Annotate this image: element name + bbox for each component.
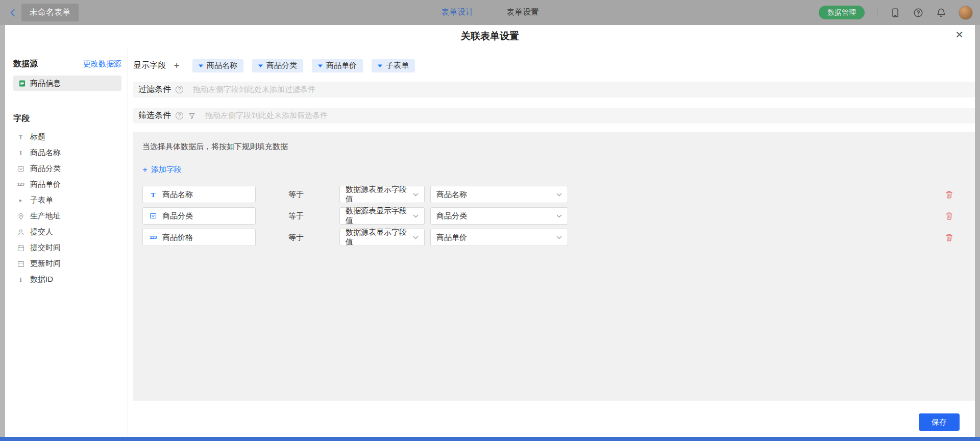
screen-conditions-bar[interactable]: 筛选条件 ? 拖动左侧字段到此处来添加筛选条件 [133, 108, 975, 124]
rule-value-select[interactable]: 商品分类 [430, 207, 568, 225]
rule-source-value: 数据源表显示字段值 [346, 185, 413, 204]
select-caret-icon [556, 193, 562, 197]
field-item-label: 标题 [30, 132, 45, 142]
select-caret-icon [413, 214, 419, 218]
settings-content: 显示字段 + 商品名称商品分类商品单价子表单 过滤条件 ? 拖动左侧字段到此处来… [128, 47, 975, 437]
calendar-icon [16, 244, 25, 252]
tab-form-design[interactable]: 表单设计 [440, 4, 475, 21]
display-fields-row: 显示字段 + 商品名称商品分类商品单价子表单 [133, 58, 975, 74]
rule-operator: 等于 [288, 190, 306, 200]
mobile-preview-icon[interactable] [890, 7, 900, 18]
field-item[interactable]: 提交时间 [13, 240, 121, 256]
field-item[interactable]: 提交人 [13, 224, 121, 240]
select-caret-icon [413, 236, 419, 239]
field-item-label: 提交人 [30, 227, 53, 237]
filter-conditions-bar[interactable]: 过滤条件 ? 拖动左侧字段到此处来添加过滤条件 [133, 82, 975, 97]
display-field-chip[interactable]: 子表单 [372, 59, 415, 72]
modal-footer: 保存 [133, 401, 975, 431]
field-item[interactable]: I数据ID [13, 272, 121, 287]
text-icon: I [16, 150, 25, 156]
topbar-actions: 数据管理 [819, 6, 973, 20]
rule-field-input[interactable]: 商品分类 [142, 207, 256, 225]
rule-operator: 等于 [288, 211, 306, 221]
field-item[interactable]: T标题 [13, 129, 121, 145]
rule-field-name: 商品名称 [162, 190, 193, 200]
field-item[interactable]: 生产地址 [13, 208, 121, 224]
display-fields-label: 显示字段 [133, 60, 166, 71]
rule-source-select[interactable]: 数据源表显示字段值 [339, 229, 425, 246]
display-field-chip[interactable]: 商品名称 [192, 59, 243, 72]
display-field-chip[interactable]: 商品单价 [312, 59, 363, 72]
field-item[interactable]: 更新时间 [13, 256, 121, 272]
rule-value-select[interactable]: 商品名称 [430, 186, 568, 203]
rule-field-name: 商品分类 [162, 211, 193, 221]
chip-label: 商品单价 [326, 61, 357, 70]
text-t-icon: T [149, 191, 158, 198]
rule-field-input[interactable]: 123商品价格 [142, 229, 256, 246]
rule-value: 商品名称 [436, 190, 467, 200]
change-datasource-link[interactable]: 更改数据源 [83, 59, 121, 69]
add-display-field-icon[interactable]: + [171, 61, 182, 70]
title-icon: T [16, 134, 25, 140]
chip-label: 商品名称 [207, 61, 237, 70]
field-item-label: 更新时间 [30, 259, 61, 268]
help-icon[interactable]: ? [176, 86, 183, 93]
form-icon [18, 80, 26, 87]
chip-caret-icon [318, 64, 323, 67]
delete-rule-icon[interactable] [945, 233, 953, 242]
chip-caret-icon [258, 64, 263, 67]
topbar: 未命名表单 表单设计 表单设置 数据管理 [0, 0, 980, 25]
field-item-label: 商品名称 [30, 148, 61, 158]
rule-source-select[interactable]: 数据源表显示字段值 [339, 186, 425, 203]
select-icon [149, 212, 158, 219]
field-item[interactable]: I商品名称 [13, 145, 121, 161]
display-field-chip[interactable]: 商品分类 [252, 59, 303, 72]
modal-title: 关联表单设置 [461, 30, 519, 43]
help-icon[interactable] [913, 7, 923, 18]
select-icon [16, 165, 25, 173]
chip-label: 商品分类 [266, 61, 297, 70]
chip-caret-icon [378, 64, 382, 67]
rule-value: 商品分类 [436, 211, 467, 221]
rule-value-select[interactable]: 商品单价 [430, 229, 568, 246]
datasource-name: 商品信息 [30, 79, 61, 88]
field-item-label: 生产地址 [30, 211, 61, 221]
add-field-label: 添加字段 [151, 165, 182, 175]
rule-value: 商品单价 [436, 233, 467, 242]
field-item[interactable]: 商品分类 [13, 161, 121, 177]
save-button[interactable]: 保存 [919, 413, 960, 431]
chip-caret-icon [199, 64, 203, 67]
datasource-sidebar: 数据源 更改数据源 商品信息 字段 T标题I商品名称商品分类123商品单价▸子表… [5, 47, 128, 437]
delete-rule-icon[interactable] [945, 212, 953, 220]
number-icon: 123 [149, 235, 158, 240]
avatar[interactable] [959, 6, 973, 20]
location-icon [16, 213, 25, 220]
help-icon[interactable]: ? [176, 112, 183, 119]
rule-field-input[interactable]: T商品名称 [142, 186, 256, 203]
close-icon[interactable]: ✕ [955, 30, 964, 40]
field-list: T标题I商品名称商品分类123商品单价▸子表单生产地址提交人提交时间更新时间I数… [13, 129, 121, 287]
field-item[interactable]: 123商品单价 [13, 177, 121, 192]
rule-source-select[interactable]: 数据源表显示字段值 [339, 207, 425, 225]
select-caret-icon [556, 236, 562, 239]
screen-drop-placeholder: 拖动左侧字段到此处来添加筛选条件 [205, 111, 328, 120]
id-icon: I [16, 276, 25, 283]
tab-form-settings[interactable]: 表单设置 [505, 4, 540, 21]
rule-source-value: 数据源表显示字段值 [346, 228, 413, 247]
rule-field-name: 商品价格 [162, 233, 193, 242]
rule-row: 商品分类等于数据源表显示字段值商品分类 [142, 207, 975, 225]
notifications-icon[interactable] [936, 7, 946, 18]
rule-source-value: 数据源表显示字段值 [346, 206, 413, 226]
datasource-item[interactable]: 商品信息 [13, 76, 121, 91]
field-item[interactable]: ▸子表单 [13, 192, 121, 208]
delete-rule-icon[interactable] [945, 190, 953, 199]
add-field-button[interactable]: + 添加字段 [142, 165, 182, 175]
filter-funnel-icon [188, 112, 195, 119]
screen-conditions-label: 筛选条件 [138, 110, 171, 121]
field-item-label: 商品单价 [30, 180, 61, 189]
data-manage-button[interactable]: 数据管理 [819, 6, 865, 19]
form-name[interactable]: 未命名表单 [21, 4, 79, 21]
datasource-section-title: 数据源 [13, 59, 38, 69]
divider [877, 8, 877, 17]
back-icon[interactable] [7, 8, 18, 17]
